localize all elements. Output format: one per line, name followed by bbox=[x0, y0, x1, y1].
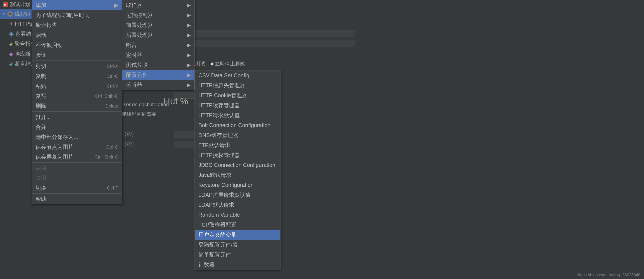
ctx3-item-keystore[interactable]: Keystore Configuration bbox=[195, 180, 280, 190]
ctx3-label-jdbc: JDBC Connection Configuration bbox=[198, 162, 275, 168]
ctx-label-add: 添加 bbox=[36, 2, 46, 9]
ctx3-item-csv[interactable]: CSV Data Set Config bbox=[195, 70, 280, 80]
ctx-label-no-stop-start: 不停顿启动 bbox=[36, 42, 63, 49]
arrow-logic: ▶ bbox=[186, 12, 191, 18]
arrow-icon: ▶ bbox=[114, 2, 118, 8]
ctx-label-start: 启动 bbox=[36, 32, 46, 39]
ctx3-label-keystore: Keystore Configuration bbox=[198, 182, 254, 188]
ctx2-label-post: 后置处理器 bbox=[126, 32, 153, 39]
ctx3-label-simple: 简单配置元件 bbox=[198, 251, 231, 258]
ctx2-item-timer[interactable]: 定时器 ▶ bbox=[122, 50, 194, 60]
ctx3-label-csv: CSV Data Set Config bbox=[198, 72, 249, 79]
ctx3-item-counter[interactable]: 计数器 bbox=[195, 260, 280, 270]
ctx3-item-http-auth[interactable]: HTTP授权管理器 bbox=[195, 150, 280, 160]
ctx3-label-login: 登陆配置元件/素 bbox=[198, 241, 238, 248]
ctx-item-save-screen[interactable]: 保存屏幕为图片 Ctrl+Shift-G bbox=[32, 152, 122, 162]
ctx2-label-logic: 逻辑控制器 bbox=[126, 12, 153, 19]
ctx-item-verify[interactable]: 验证 bbox=[32, 50, 122, 60]
ctx-label-disable: 禁用 bbox=[36, 174, 46, 182]
ctx3-item-simple[interactable]: 简单配置元件 bbox=[195, 250, 280, 260]
ctx-label-copy: 复制 bbox=[36, 73, 46, 80]
ctx-label-enable: 启用 bbox=[36, 164, 46, 172]
ctx-label-toggle: 切换 bbox=[36, 184, 46, 192]
ctx2-item-listener[interactable]: 监听器 ▶ bbox=[122, 80, 194, 90]
ctx3-item-jdbc[interactable]: JDBC Connection Configuration bbox=[195, 160, 280, 170]
ctx-sep-2 bbox=[32, 111, 122, 112]
ctx3-item-tcp[interactable]: TCP取样器配置 bbox=[195, 220, 280, 230]
ctx-label-verify: 验证 bbox=[36, 51, 46, 59]
ctx-item-paste[interactable]: 粘贴 Ctrl-V bbox=[32, 81, 122, 91]
ctx3-label-ftp: FTP默认请求 bbox=[198, 142, 230, 149]
ctx-item-disable[interactable]: 禁用 bbox=[32, 173, 122, 183]
ctx-label-open: 打开... bbox=[36, 113, 51, 121]
ctx3-item-login[interactable]: 登陆配置元件/素 bbox=[195, 240, 280, 250]
ctx-label-partial-save: 选中部分保存为... bbox=[36, 133, 78, 141]
ctx3-item-http-cache[interactable]: HTTP缓存管理器 bbox=[195, 100, 280, 110]
arrow-post: ▶ bbox=[186, 32, 191, 38]
ctx2-item-post[interactable]: 后置处理器 ▶ bbox=[122, 30, 194, 40]
ctx3-label-tcp: TCP取样器配置 bbox=[198, 221, 236, 228]
arrow-assert: ▶ bbox=[186, 42, 191, 48]
ctx-item-add-response[interactable]: 为子线程添加响应时间 bbox=[32, 10, 122, 20]
shortcut-save-screen: Ctrl+Shift-G bbox=[94, 154, 118, 160]
ctx3-item-http-req-default[interactable]: HTTP请求默认值 bbox=[195, 110, 280, 120]
ctx-item-partial-save[interactable]: 选中部分保存为... bbox=[32, 132, 122, 142]
ctx3-item-http-cookie[interactable]: HTTP Cookie管理器 bbox=[195, 90, 280, 100]
ctx-item-no-stop-start[interactable]: 不停顿启动 bbox=[32, 40, 122, 50]
ctx-item-merge[interactable]: 合并 bbox=[32, 122, 122, 132]
shortcut-rewrite: Ctrl+Shift-C bbox=[95, 94, 118, 99]
arrow-config: ▶ bbox=[186, 72, 191, 78]
ctx-item-aggregate2[interactable]: 聚合报告 bbox=[32, 20, 122, 30]
context-menu-2: 取样器 ▶ 逻辑控制器 ▶ 前置处理器 ▶ 后置处理器 ▶ 断言 ▶ 定时器 ▶… bbox=[122, 0, 194, 90]
ctx3-item-user-vars[interactable]: 用户定义的变量 bbox=[195, 230, 280, 240]
ctx-item-add[interactable]: 添加 ▶ bbox=[32, 0, 122, 10]
ctx2-label-pre: 前置处理器 bbox=[126, 22, 153, 29]
ctx3-item-ldap-ext[interactable]: LDAP扩展请求默认值 bbox=[195, 190, 280, 200]
ctx-item-toggle[interactable]: 切换 Ctrl-T bbox=[32, 183, 122, 193]
ctx-item-rewrite[interactable]: 复写 Ctrl+Shift-C bbox=[32, 91, 122, 101]
ctx2-label-fragment: 测试片段 bbox=[126, 61, 148, 69]
ctx-item-enable[interactable]: 启用 bbox=[32, 163, 122, 173]
ctx3-item-http-header[interactable]: HTTP信息头管理器 bbox=[195, 80, 280, 90]
ctx-item-help[interactable]: 帮助 bbox=[32, 194, 122, 204]
ctx2-item-fragment[interactable]: 测试片段 ▶ bbox=[122, 60, 194, 70]
ctx-label-help: 帮助 bbox=[36, 195, 46, 203]
ctx3-item-random-var[interactable]: Random Variable bbox=[195, 210, 280, 220]
ctx-item-save-node[interactable]: 保存节点为图片 Ctrl-G bbox=[32, 142, 122, 152]
ctx3-label-counter: 计数器 bbox=[198, 261, 215, 268]
ctx-item-start[interactable]: 启动 bbox=[32, 30, 122, 40]
arrow-listener: ▶ bbox=[186, 82, 191, 88]
ctx2-item-pre[interactable]: 前置处理器 ▶ bbox=[122, 20, 194, 30]
ctx-label-merge: 合并 bbox=[36, 123, 46, 131]
ctx2-item-logic[interactable]: 逻辑控制器 ▶ bbox=[122, 10, 194, 20]
ctx3-label-http-cookie: HTTP Cookie管理器 bbox=[198, 92, 247, 99]
ctx2-item-config[interactable]: 配置元件 ▶ bbox=[122, 70, 194, 80]
ctx-item-copy[interactable]: 复制 Ctrl-C bbox=[32, 71, 122, 81]
ctx3-item-java[interactable]: Java默认请求 bbox=[195, 170, 280, 180]
shortcut-copy: Ctrl-C bbox=[106, 74, 118, 79]
ctx3-item-ldap[interactable]: LDAP默认请求 bbox=[195, 200, 280, 210]
ctx3-label-http-auth: HTTP授权管理器 bbox=[198, 151, 240, 159]
arrow-sampler: ▶ bbox=[186, 2, 191, 8]
ctx-label-delete: 删除 bbox=[36, 102, 46, 110]
ctx2-item-assert[interactable]: 断言 ▶ bbox=[122, 40, 194, 50]
ctx2-label-sampler: 取样器 bbox=[126, 2, 142, 9]
ctx-label-aggregate2: 聚合报告 bbox=[36, 22, 57, 29]
context-menu-1: 添加 ▶ 为子线程添加响应时间 聚合报告 启动 不停顿启动 验证 剪切 Ctrl… bbox=[32, 0, 122, 204]
ctx3-item-ftp[interactable]: FTP默认请求 bbox=[195, 140, 280, 150]
ctx-item-open[interactable]: 打开... bbox=[32, 112, 122, 122]
ctx3-label-http-req-default: HTTP请求默认值 bbox=[198, 112, 240, 119]
ctx-item-cut[interactable]: 剪切 Ctrl-X bbox=[32, 61, 122, 71]
ctx-label-add-response: 为子线程添加响应时间 bbox=[36, 12, 90, 19]
ctx-label-save-screen: 保存屏幕为图片 bbox=[36, 153, 74, 161]
ctx2-item-sampler[interactable]: 取样器 ▶ bbox=[122, 0, 194, 10]
arrow-timer: ▶ bbox=[186, 52, 191, 58]
ctx3-item-bolt[interactable]: Bolt Connection Configuration bbox=[195, 120, 280, 130]
shortcut-paste: Ctrl-V bbox=[107, 84, 118, 89]
ctx3-label-user-vars: 用户定义的变量 bbox=[198, 231, 236, 238]
ctx-item-delete[interactable]: 删除 Delete bbox=[32, 101, 122, 111]
ctx-sep-4 bbox=[32, 193, 122, 194]
ctx3-item-dns[interactable]: DNS/缓存管理器 bbox=[195, 130, 280, 140]
ctx-label-save-node: 保存节点为图片 bbox=[36, 143, 74, 151]
ctx2-label-listener: 监听器 bbox=[126, 81, 142, 89]
